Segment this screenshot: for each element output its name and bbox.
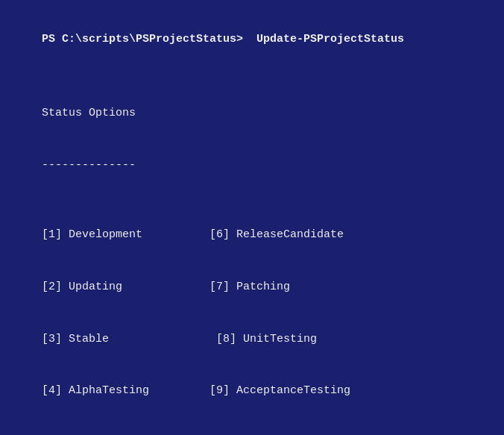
section-header: Status Options	[15, 87, 489, 140]
menu-item-6: [6] ReleaseCandidate	[142, 228, 344, 241]
command-text: Update-PSProjectStatus	[243, 33, 404, 46]
prompt-prefix: PS C:\scripts\PSProjectStatus>	[42, 33, 243, 46]
menu-item-8: [8] UnitTesting	[109, 333, 317, 345]
blank-2	[15, 192, 489, 209]
menu-row-1: [1] Development [6] ReleaseCandidate	[15, 209, 489, 261]
menu-row-4: [4] AlphaTesting [9] AcceptanceTesting	[15, 365, 489, 417]
terminal-window: PS C:\scripts\PSProjectStatus> Update-PS…	[0, 0, 504, 435]
menu-item-2: [2] Updating	[42, 281, 122, 293]
menu-row-5: [5] BetaTesting [10] Other	[15, 417, 489, 435]
menu-row-3: [3] Stable [8] UnitTesting	[15, 313, 489, 365]
prompt-line: PS C:\scripts\PSProjectStatus> Update-PS…	[15, 13, 489, 66]
divider-line: --------------	[15, 140, 489, 192]
blank-1	[15, 66, 489, 83]
menu-item-7: [7] Patching	[122, 281, 290, 293]
menu-item-1: [1] Development	[42, 228, 142, 241]
menu-row-2: [2] Updating [7] Patching	[15, 261, 489, 313]
menu-item-4: [4] AlphaTesting	[42, 384, 149, 397]
menu-item-3: [3] Stable	[42, 333, 109, 345]
menu-item-9: [9] AcceptanceTesting	[149, 384, 350, 397]
